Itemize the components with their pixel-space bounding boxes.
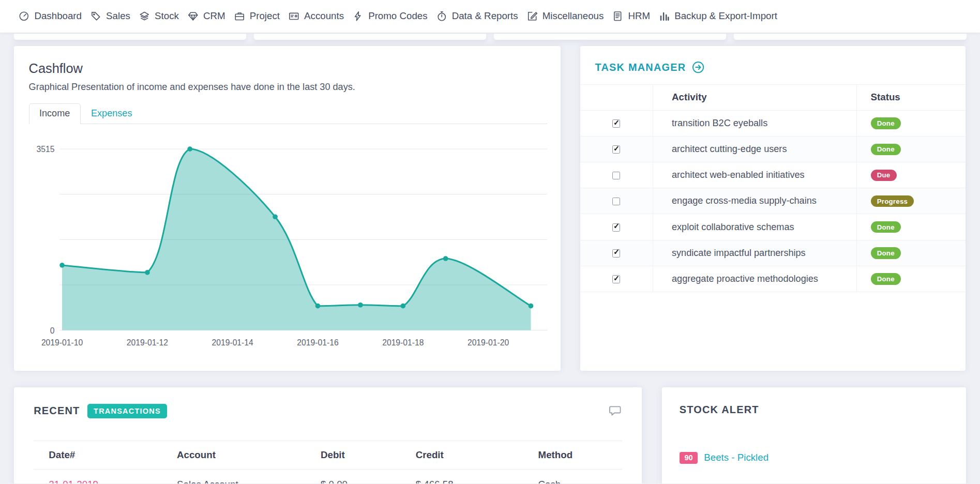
crm-gem-icon [188,11,199,22]
status-badge: Done [871,247,901,259]
nav-item-backup-export-import[interactable]: Backup & Export-Import [659,10,777,22]
stock-alert-title: STOCK ALERT [680,404,949,416]
card-stub [254,34,487,40]
status-badge: Done [871,221,901,233]
misc-edit-icon [527,11,538,22]
nav-item-hrm[interactable]: HRM [612,10,650,22]
transaction-date-link[interactable]: 21-01-2019 [49,479,98,484]
transactions-table: Date# Account Debit Credit Method 21-01-… [34,441,622,483]
comment-bubble-icon [608,410,622,419]
task-checkbox[interactable] [612,198,621,206]
task-row: exploit collaborative schemas Done [580,214,966,240]
col-debit: Debit [306,441,401,469]
nav-item-project[interactable]: Project [234,10,280,22]
svg-text:2019-01-14: 2019-01-14 [212,338,253,346]
task-checkbox[interactable] [612,249,621,258]
nav-item-miscellaneous[interactable]: Miscellaneous [527,10,604,22]
col-method: Method [523,441,622,469]
task-manager-link-button[interactable] [692,61,704,73]
nav-item-label: Backup & Export-Import [674,10,777,22]
dashboard-page: Dashboard Sales Stock CRM Project Accoun… [0,0,980,483]
accounts-card-icon [289,11,299,22]
task-checkbox[interactable] [612,145,621,154]
status-badge: Due [871,170,897,181]
hrm-file-icon [612,11,623,22]
cashflow-area-chart: 351502019-01-102019-01-122019-01-142019-… [29,128,547,347]
top-navbar: Dashboard Sales Stock CRM Project Accoun… [0,0,980,33]
card-stub [494,34,727,40]
task-header-status: Status [856,85,966,111]
task-row: engage cross-media supply-chains Progres… [580,188,966,214]
task-checkbox[interactable] [612,275,621,283]
task-checkbox[interactable] [612,172,621,180]
nav-item-label: Accounts [304,10,344,22]
status-badge: Done [871,117,901,129]
task-activity: aggregate proactive methodologies [653,266,856,292]
card-stub [734,34,967,40]
recent-label: RECENT [34,405,80,417]
task-manager-card: TASK MANAGER Activity Status [580,46,966,370]
stock-qty-badge: 90 [680,452,698,464]
status-badge: Done [871,273,901,284]
nav-item-label: HRM [628,10,650,22]
stock-alert-item: 90 Beets - Pickled [680,452,949,464]
sales-tag-icon [91,11,101,22]
cashflow-tabs: Income Expenses [29,103,547,124]
nav-item-label: Project [250,10,280,22]
dashboard-icon [19,11,29,22]
transaction-account: Sales Account [162,469,306,483]
col-date: Date# [34,441,162,469]
nav-item-dashboard[interactable]: Dashboard [19,10,82,22]
status-badge: Progress [871,195,914,207]
nav-item-label: Data & Reports [452,10,518,22]
nav-item-stock[interactable]: Stock [139,10,179,22]
arrow-right-circle-icon [692,66,704,75]
transaction-method: Cash [523,469,622,483]
transactions-header-row: Date# Account Debit Credit Method [34,441,622,469]
nav-item-promo-codes[interactable]: Promo Codes [353,10,428,22]
nav-item-label: Promo Codes [368,10,427,22]
task-table-header-row: Activity Status [580,85,966,111]
transaction-debit: $ 0.00 [306,469,401,483]
main-content: Cashflow Graphical Presentation of incom… [0,34,980,483]
nav-item-accounts[interactable]: Accounts [289,10,344,22]
card-stub [14,34,247,40]
transactions-badge: TRANSACTIONS [87,404,167,418]
comments-button[interactable] [608,404,622,418]
task-activity: exploit collaborative schemas [653,214,856,240]
cashflow-title: Cashflow [29,61,547,76]
nav-item-sales[interactable]: Sales [91,10,130,22]
task-manager-title: TASK MANAGER [595,62,686,73]
nav-item-crm[interactable]: CRM [188,10,225,22]
task-row: syndicate impactful partnerships Done [580,240,966,266]
nav-item-label: CRM [203,10,225,22]
cashflow-card: Cashflow Graphical Presentation of incom… [14,46,561,370]
tab-income[interactable]: Income [29,103,81,124]
svg-text:2019-01-12: 2019-01-12 [126,338,168,346]
task-activity: syndicate impactful partnerships [653,240,856,266]
task-row: architect cutting-edge users Done [580,136,966,162]
tab-expenses[interactable]: Expenses [81,103,143,124]
svg-text:0: 0 [50,326,54,335]
nav-item-label: Dashboard [34,10,82,22]
col-account: Account [162,441,306,469]
task-checkbox[interactable] [612,223,621,232]
transaction-row: 21-01-2019 Sales Account $ 0.00 $ 466.58… [34,469,622,483]
svg-text:2019-01-20: 2019-01-20 [467,338,509,346]
stat-card-stubs [14,34,967,40]
task-activity: engage cross-media supply-chains [653,188,856,214]
recent-transactions-card: RECENT TRANSACTIONS Date# Account Debit [14,387,642,483]
svg-text:2019-01-18: 2019-01-18 [382,338,424,346]
nav-item-label: Sales [106,10,130,22]
nav-item-label: Miscellaneous [542,10,604,22]
cashflow-subtitle: Graphical Presentation of income and exp… [29,82,547,93]
task-activity: transition B2C eyeballs [653,110,856,136]
nav-item-data-reports[interactable]: Data & Reports [436,10,518,22]
task-header-activity: Activity [653,85,856,111]
task-header-checkbox [580,85,653,111]
task-checkbox[interactable] [612,119,621,128]
svg-text:2019-01-10: 2019-01-10 [41,338,83,346]
project-briefcase-icon [234,11,245,22]
promo-bolt-icon [353,11,364,22]
stock-item-link[interactable]: Beets - Pickled [704,452,768,463]
